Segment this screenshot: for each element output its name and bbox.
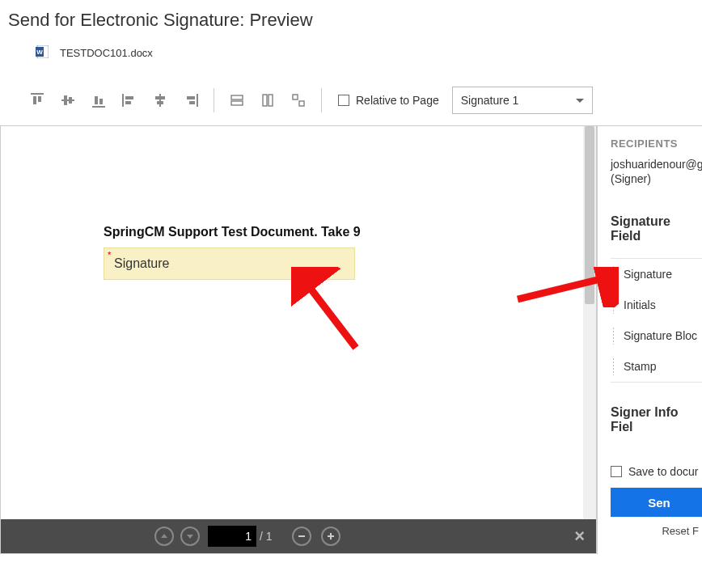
align-right-icon[interactable] [181, 91, 201, 110]
toolbar-separator [321, 88, 322, 112]
chevron-down-icon [576, 99, 584, 103]
page-total: / 1 [260, 530, 273, 543]
align-left-icon[interactable] [120, 91, 139, 110]
word-icon: W [36, 45, 49, 61]
svg-rect-5 [38, 96, 41, 102]
align-bottom-icon[interactable] [89, 91, 108, 110]
svg-rect-26 [299, 101, 304, 106]
zoom-in-button[interactable] [321, 527, 340, 546]
match-size-icon[interactable] [289, 91, 308, 110]
svg-rect-4 [33, 96, 36, 104]
main-area: SpringCM Support Test Document. Take 9 *… [0, 125, 702, 554]
right-sidebar: RECIPIENTS joshuaridenour@g (Signer) Sig… [597, 126, 702, 554]
relative-to-page-checkbox[interactable]: Relative to Page [338, 94, 439, 107]
field-item-signature[interactable]: Signature [611, 259, 702, 290]
signature-field-list: Signature Initials Signature Bloc Stamp [611, 258, 702, 383]
page-up-button[interactable] [154, 527, 174, 546]
recipient-role: (Signer) [611, 172, 702, 185]
svg-rect-13 [125, 96, 133, 99]
canvas-footer: / 1 × [1, 519, 596, 553]
drag-handle-icon [612, 357, 615, 375]
svg-rect-10 [95, 96, 98, 104]
required-star-icon: * [108, 250, 111, 260]
toolbar-separator [214, 88, 214, 112]
svg-rect-22 [231, 101, 243, 105]
svg-rect-17 [157, 101, 163, 104]
file-entry[interactable]: W TESTDOC101.docx [0, 45, 702, 80]
canvas-scrollbar[interactable] [583, 126, 596, 519]
field-item-label: Initials [624, 298, 656, 311]
save-to-doc-label: Save to docur [628, 465, 698, 478]
drag-handle-icon [612, 327, 615, 345]
svg-text:W: W [36, 49, 43, 56]
page-title: Send for Electronic Signature: Preview [0, 0, 702, 45]
field-item-signature-block[interactable]: Signature Bloc [611, 320, 702, 351]
svg-rect-8 [69, 97, 72, 104]
signature-field[interactable]: * Signature [104, 247, 355, 280]
scrollbar-thumb[interactable] [585, 126, 594, 304]
signature-field-label: Signature [114, 256, 170, 271]
document-page: SpringCM Support Test Document. Take 9 *… [29, 129, 577, 516]
file-name: TESTDOC101.docx [60, 47, 153, 59]
signer-select-value: Signature 1 [461, 94, 519, 107]
align-top-icon[interactable] [27, 91, 47, 110]
document-canvas[interactable]: SpringCM Support Test Document. Take 9 *… [0, 126, 597, 554]
relative-label: Relative to Page [356, 94, 439, 107]
svg-rect-11 [99, 99, 103, 104]
svg-rect-7 [64, 95, 67, 105]
svg-rect-25 [293, 95, 298, 99]
signer-select[interactable]: Signature 1 [452, 87, 593, 114]
page-down-button[interactable] [180, 527, 200, 546]
page-counter: / 1 [208, 526, 273, 547]
signature-fields-heading: Signature Field [611, 214, 702, 243]
align-center-v-icon[interactable] [150, 91, 170, 110]
signer-info-heading: Signer Info Fiel [611, 405, 702, 434]
match-height-icon[interactable] [258, 91, 277, 110]
page-number-input[interactable] [208, 526, 256, 547]
close-footer-button[interactable]: × [574, 526, 585, 547]
svg-rect-16 [155, 96, 165, 99]
checkbox-icon [338, 95, 349, 106]
field-item-label: Signature [624, 268, 672, 281]
recipient-email[interactable]: joshuaridenour@g [611, 158, 702, 171]
zoom-out-button[interactable] [292, 527, 311, 546]
svg-rect-24 [269, 95, 273, 106]
match-width-icon[interactable] [227, 91, 247, 110]
svg-rect-21 [231, 95, 243, 99]
field-item-initials[interactable]: Initials [611, 290, 702, 320]
drag-handle-icon [612, 296, 615, 314]
svg-rect-20 [189, 101, 195, 104]
svg-rect-19 [187, 96, 195, 99]
field-item-stamp[interactable]: Stamp [611, 351, 702, 382]
field-item-label: Stamp [624, 360, 656, 373]
checkbox-icon [611, 466, 622, 477]
send-button[interactable]: Sen [611, 488, 702, 517]
align-middle-h-icon[interactable] [58, 91, 78, 110]
alignment-toolbar: Relative to Page Signature 1 [0, 80, 702, 125]
document-body-text: SpringCM Support Test Document. Take 9 [104, 225, 361, 239]
recipients-heading: RECIPIENTS [611, 137, 702, 150]
save-to-doc-checkbox[interactable]: Save to docur [611, 465, 702, 478]
reset-fields-link[interactable]: Reset F [611, 525, 702, 537]
svg-rect-14 [125, 101, 131, 104]
svg-rect-23 [263, 95, 267, 106]
field-item-label: Signature Bloc [624, 329, 697, 342]
drag-handle-icon [612, 265, 615, 283]
